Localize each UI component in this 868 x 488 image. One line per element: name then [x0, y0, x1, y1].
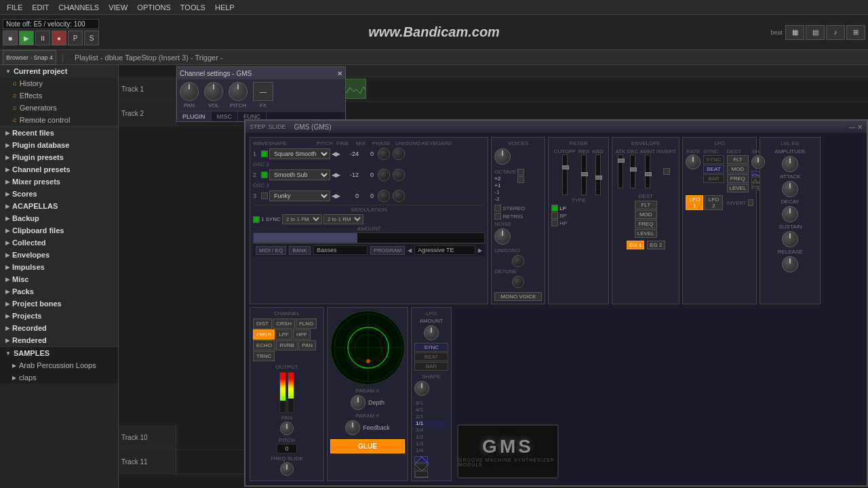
osc2-toggle[interactable]: [261, 171, 268, 178]
fx-rvrb-btn[interactable]: RVRB: [276, 340, 298, 350]
stop-btn[interactable]: ■: [3, 30, 18, 45]
menu-tools[interactable]: TOOLS: [176, 2, 210, 13]
osc3-wave-select[interactable]: Funky Square Smooth Smooth Sub: [269, 190, 330, 201]
sidebar-item-samples[interactable]: ▼ SAMPLES: [0, 346, 118, 359]
sidebar-item-plugin-presets[interactable]: ▶ Plugin presets: [0, 151, 118, 163]
sustain-knob[interactable]: [782, 231, 798, 247]
sidebar-item-recorded[interactable]: ▶ Recorded: [0, 322, 118, 334]
fx-crsh-btn[interactable]: CRSH: [273, 319, 295, 329]
menu-options[interactable]: OPTIONS: [133, 2, 175, 13]
record-btn[interactable]: ●: [52, 30, 66, 45]
amt-8-1[interactable]: 8/1: [414, 400, 448, 406]
lfo-bar-main-btn[interactable]: BAR: [414, 362, 448, 371]
param-x-knob[interactable]: [351, 395, 366, 410]
sidebar-item-projects[interactable]: ▶ Projects: [0, 310, 118, 322]
amt-1-2[interactable]: 1/2: [414, 434, 448, 440]
menu-edit[interactable]: EDIT: [28, 2, 53, 13]
osc2-arrow-l[interactable]: ◀: [332, 171, 334, 178]
mod-select-1[interactable]: 2 to 1 FM 2 to 1 RM: [282, 214, 322, 224]
osc3-toggle[interactable]: [261, 192, 268, 199]
amount-slider[interactable]: [253, 232, 485, 243]
fx-echo-btn[interactable]: ECHO: [253, 340, 275, 350]
inv-toggle-2[interactable]: [517, 176, 524, 183]
sidebar-item-backup[interactable]: ▶ Backup: [0, 212, 118, 224]
env-level-btn[interactable]: LEVEL: [635, 229, 657, 238]
fx-dist-btn[interactable]: DIST: [253, 319, 272, 329]
lfo-bar-btn[interactable]: BAR: [703, 174, 724, 183]
kbd-fader[interactable]: [595, 155, 601, 195]
browser-btn[interactable]: Browser · Snap 4: [3, 50, 56, 65]
amnt-fader[interactable]: [645, 155, 650, 188]
piano-roll-btn[interactable]: ♪: [826, 25, 845, 40]
sidebar-item-history[interactable]: ♫ History: [0, 77, 118, 89]
decay-knob[interactable]: [782, 206, 798, 222]
osc3-mix-knob[interactable]: [378, 190, 390, 202]
sidebar-item-scores[interactable]: ▶ Scores: [0, 188, 118, 200]
fx-hpf-btn[interactable]: HPF: [293, 329, 311, 340]
menu-file[interactable]: FILE: [3, 2, 26, 13]
param-y-knob[interactable]: [345, 420, 360, 435]
fx-lpf-btn[interactable]: LPF: [275, 329, 292, 340]
prog-arrow-l[interactable]: ◀: [408, 247, 412, 253]
prog-arrow-r[interactable]: ▶: [478, 247, 482, 253]
mod-select-2[interactable]: 2 to 1 RM 2 to 1 FM: [323, 214, 363, 224]
sidebar-item-effects[interactable]: ♫ Effects: [0, 89, 118, 102]
fx-trnc-btn[interactable]: TRNC: [253, 351, 275, 361]
fx-phsr-btn[interactable]: PHSR: [253, 329, 275, 340]
menu-view[interactable]: VIEW: [104, 2, 132, 13]
vol-knob[interactable]: [204, 82, 223, 101]
amplitude-knob[interactable]: [782, 156, 798, 172]
shape-rect-btn[interactable]: [414, 471, 428, 478]
amt-1-3[interactable]: 1/3: [414, 441, 448, 447]
fx-flng-btn[interactable]: FLNG: [296, 319, 317, 329]
osc1-mix-knob[interactable]: [378, 148, 390, 160]
sidebar-item-collected[interactable]: ▶ Collected: [0, 237, 118, 249]
res-fader[interactable]: [581, 155, 587, 195]
mixer-btn[interactable]: ▦: [785, 25, 804, 40]
sidebar-item-generators[interactable]: ♫ Generators: [0, 102, 118, 114]
sidebar-item-plugin-database[interactable]: ▶ Plugin database: [0, 139, 118, 151]
attack-knob[interactable]: [782, 181, 798, 197]
env-mod-btn[interactable]: MOD: [635, 210, 657, 219]
sidebar-item-clipboard-files[interactable]: ▶ Clipboard files: [0, 224, 118, 237]
invert-toggle[interactable]: [663, 168, 670, 175]
sidebar-item-claps[interactable]: ▶ claps: [0, 371, 118, 384]
osc2-phase-knob[interactable]: [393, 169, 405, 181]
bp-toggle[interactable]: [551, 212, 558, 219]
env-flt-btn[interactable]: FLT: [635, 201, 657, 209]
lfo-shape-main-knob[interactable]: [414, 381, 429, 396]
sidebar-item-mixer-presets[interactable]: ▶ Mixer presets: [0, 176, 118, 188]
dec-fader[interactable]: [630, 155, 635, 188]
osc2-wave-select[interactable]: Smooth Sub Square Smooth Funky: [269, 169, 330, 180]
unisono-knob[interactable]: [512, 255, 524, 267]
osc1-arrow-r[interactable]: ▶: [336, 150, 338, 157]
step-seq-btn[interactable]: ⊞: [846, 25, 865, 40]
shape-down-btn[interactable]: [414, 464, 428, 470]
sidebar-item-envelopes[interactable]: ▶ Envelopes: [0, 249, 118, 261]
gms-minimize[interactable]: —: [849, 123, 856, 131]
sidebar-item-channel-presets[interactable]: ▶ Channel presets: [0, 163, 118, 176]
amt-4-1[interactable]: 4/1: [414, 407, 448, 413]
fx-pan-btn[interactable]: PAN: [298, 340, 316, 350]
freq-slide-knob[interactable]: [280, 462, 294, 476]
glue-btn[interactable]: GLUE: [330, 439, 405, 453]
tab-plugin[interactable]: PLUGIN: [177, 112, 212, 121]
osc1-arrow-l[interactable]: ◀: [332, 150, 334, 157]
sidebar-item-acapellas[interactable]: ▶ ACAPELLAS: [0, 200, 118, 212]
amt-1-4[interactable]: 1/4: [414, 447, 448, 453]
lfo-amount-knob[interactable]: [424, 325, 439, 340]
eg2-btn[interactable]: EG 2: [647, 241, 665, 249]
sidebar-item-arab-percussion[interactable]: ▶ Arab Percussion Loops: [0, 359, 118, 371]
amt-3-4[interactable]: 3/4: [414, 427, 448, 433]
playlist-btn[interactable]: ▤: [806, 25, 825, 40]
osc2-inv-toggle[interactable]: [517, 169, 524, 176]
gms-close[interactable]: ✕: [857, 123, 863, 131]
pause-btn[interactable]: ⏸: [35, 30, 50, 45]
sidebar-item-recent-files[interactable]: ▶ Recent files: [0, 126, 118, 139]
channel-settings-close[interactable]: ✕: [337, 70, 342, 77]
osc1-toggle[interactable]: [261, 150, 268, 157]
lfo-level-btn[interactable]: LEVEL: [727, 184, 749, 192]
amt-2-1[interactable]: 2/1: [414, 413, 448, 420]
sidebar-item-remote-control[interactable]: ♫ Remote control: [0, 114, 118, 126]
osc2-arrow-r[interactable]: ▶: [336, 171, 338, 178]
